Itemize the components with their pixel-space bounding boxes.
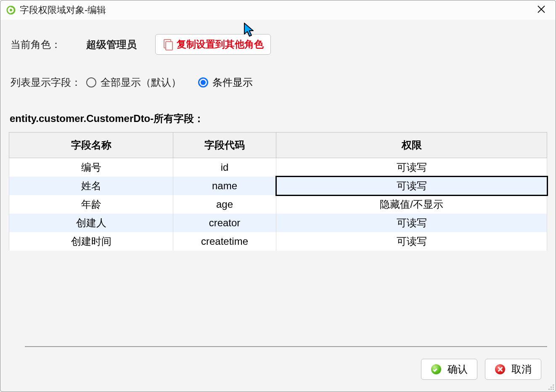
entity-label: entity.customer.CustomerDto-所有字段： [10, 112, 551, 125]
close-button[interactable] [533, 4, 550, 16]
cell-code[interactable]: createtime [173, 232, 276, 251]
svg-point-1 [10, 9, 12, 11]
dialog-title: 字段权限域对象-编辑 [20, 4, 533, 16]
table-empty-area [25, 251, 547, 347]
col-field-code[interactable]: 字段代码 [173, 132, 276, 158]
radio-icon [86, 77, 96, 87]
display-label: 列表显示字段： [11, 76, 86, 89]
cell-perm[interactable]: 隐藏值/不显示 [276, 195, 547, 214]
dialog: 字段权限域对象-编辑 当前角色： 超级管理员 复制设置到其他角色 列表显示字段：… [0, 0, 556, 392]
ok-button[interactable]: 确认 [421, 359, 477, 380]
cell-perm[interactable]: 可读写 [276, 232, 547, 251]
close-icon [536, 4, 546, 14]
table-row[interactable]: 编号 id 可读写 [9, 158, 547, 177]
table-row[interactable]: 创建时间 createtime 可读写 [9, 232, 547, 251]
radio-conditional-label: 条件显示 [212, 76, 253, 89]
table-row[interactable]: 创建人 creator 可读写 [9, 214, 547, 232]
cell-perm[interactable]: 可读写 [276, 158, 547, 177]
copy-settings-label: 复制设置到其他角色 [177, 38, 264, 51]
titlebar: 字段权限域对象-编辑 [0, 0, 556, 20]
radio-icon [198, 77, 208, 87]
cell-name[interactable]: 姓名 [9, 177, 173, 195]
cell-name[interactable]: 年龄 [9, 195, 173, 214]
cancel-icon [495, 364, 506, 375]
table-row[interactable]: 姓名 name 可读写 [9, 177, 547, 195]
table-row[interactable]: 年龄 age 隐藏值/不显示 [9, 195, 547, 214]
content: 当前角色： 超级管理员 复制设置到其他角色 列表显示字段： 全部显示（默认） 条… [0, 20, 556, 392]
resize-grip[interactable] [547, 383, 554, 390]
display-row: 列表显示字段： 全部显示（默认） 条件显示 [11, 76, 551, 89]
cell-name[interactable]: 编号 [9, 158, 173, 177]
cell-code[interactable]: name [173, 177, 276, 195]
cancel-label: 取消 [511, 363, 532, 376]
cell-name[interactable]: 创建人 [9, 214, 173, 232]
ok-label: 确认 [447, 363, 468, 376]
role-label: 当前角色： [11, 38, 86, 51]
cell-code[interactable]: id [173, 158, 276, 177]
role-row: 当前角色： 超级管理员 复制设置到其他角色 [11, 34, 551, 55]
ok-icon [431, 364, 442, 375]
role-value: 超级管理员 [86, 38, 154, 51]
col-permission[interactable]: 权限 [276, 132, 547, 158]
radio-all[interactable]: 全部显示（默认） [86, 76, 181, 89]
table-header-row: 字段名称 字段代码 权限 [9, 132, 547, 158]
radio-all-label: 全部显示（默认） [101, 76, 181, 89]
fields-table: 字段名称 字段代码 权限 编号 id 可读写 姓名 name 可读写 年龄 [9, 132, 547, 251]
copy-icon [162, 39, 172, 50]
display-radio-group: 全部显示（默认） 条件显示 [86, 76, 253, 89]
cell-code[interactable]: age [173, 195, 276, 214]
copy-settings-button[interactable]: 复制设置到其他角色 [155, 34, 271, 55]
cell-perm[interactable]: 可读写 [276, 177, 547, 195]
radio-conditional[interactable]: 条件显示 [198, 76, 253, 89]
cancel-button[interactable]: 取消 [485, 359, 541, 380]
col-field-name[interactable]: 字段名称 [9, 132, 173, 158]
cell-code[interactable]: creator [173, 214, 276, 232]
cell-name[interactable]: 创建时间 [9, 232, 173, 251]
app-icon [6, 5, 16, 15]
cell-perm[interactable]: 可读写 [276, 214, 547, 232]
footer: 确认 取消 [5, 351, 551, 387]
